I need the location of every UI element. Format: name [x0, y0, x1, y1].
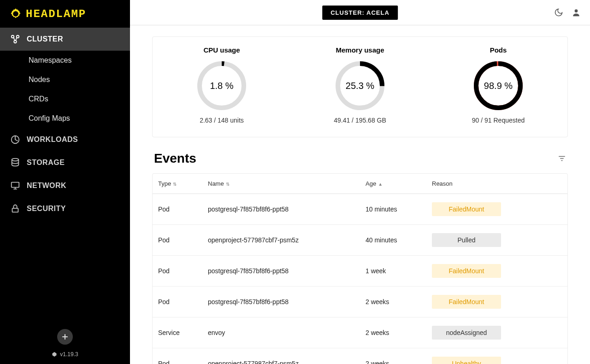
cell-name: envoy [202, 317, 360, 348]
reason-badge: FailedMount [432, 202, 501, 216]
cell-reason: Pulled [426, 225, 567, 256]
sidebar-item-label: NETWORK [27, 182, 66, 190]
sidebar: HEADLAMP CLUSTER Namespaces Nodes CRDs C… [0, 0, 130, 364]
cell-name: postgresql-7f857bf8f6-ppt58 [202, 256, 360, 287]
sort-asc-icon: ▲ [378, 182, 383, 187]
cell-reason: FailedMount [426, 194, 567, 225]
reason-badge: FailedMount [432, 295, 501, 309]
cell-reason: nodeAssigned [426, 317, 567, 348]
gauge-ring-cpu: 1.8 % [196, 60, 247, 111]
workloads-icon [10, 135, 20, 145]
kube-icon [52, 352, 57, 357]
cell-type: Pod [153, 287, 202, 317]
cell-age: 2 weeks [360, 287, 426, 317]
filter-button[interactable] [558, 154, 566, 163]
sidebar-item-label: CLUSTER [27, 35, 63, 43]
gauge-ring-memory: 25.3 % [335, 60, 385, 111]
reason-badge: FailedMount [432, 264, 501, 278]
sidebar-item-label: STORAGE [27, 159, 65, 167]
cell-type: Pod [153, 194, 202, 225]
sidebar-sub-nodes[interactable]: Nodes [0, 70, 130, 89]
network-icon [10, 181, 20, 191]
version-row: v1.19.3 [0, 351, 130, 358]
gauges-card: CPU usage 1.8 % 2.63 / 148 units Memory … [152, 36, 568, 137]
cell-name: openproject-577987cbf7-psm5z [202, 225, 360, 256]
svg-point-2 [14, 41, 17, 43]
col-type[interactable]: Type⇅ [153, 174, 202, 194]
svg-rect-6 [12, 208, 18, 212]
sidebar-item-label: WORKLOADS [27, 135, 78, 144]
storage-icon [10, 158, 20, 168]
col-reason[interactable]: Reason [426, 174, 567, 194]
moon-icon [554, 8, 563, 17]
reason-badge: Unhealthy [432, 357, 501, 364]
sidebar-item-storage[interactable]: STORAGE [0, 151, 130, 174]
events-table-card: Type⇅ Name⇅ Age▲ Reason Podpostgresql-7f… [152, 173, 568, 364]
events-header: Events [152, 151, 568, 166]
cell-age: 40 minutes [360, 225, 426, 256]
sidebar-item-network[interactable]: NETWORK [0, 174, 130, 197]
sidebar-sub-namespaces[interactable]: Namespaces [0, 51, 130, 70]
col-name[interactable]: Name⇅ [202, 174, 360, 194]
cell-type: Pod [153, 225, 202, 256]
sidebar-item-cluster[interactable]: CLUSTER [0, 28, 130, 51]
sidebar-sub-configmaps[interactable]: Config Maps [0, 109, 130, 128]
gauge-cpu: CPU usage 1.8 % 2.63 / 148 units [157, 46, 286, 124]
cell-reason: FailedMount [426, 287, 567, 317]
filter-icon [558, 154, 566, 163]
content: CPU usage 1.8 % 2.63 / 148 units Memory … [130, 25, 590, 364]
cell-name: postgresql-7f857bf8f6-ppt58 [202, 287, 360, 317]
cell-age: 2 weeks [360, 348, 426, 364]
cell-type: Pod [153, 256, 202, 287]
user-icon [572, 8, 581, 17]
sidebar-nav: CLUSTER Namespaces Nodes CRDs Config Map… [0, 28, 130, 323]
svg-rect-5 [12, 182, 19, 188]
cell-name: postgresql-7f857bf8f6-ppt58 [202, 194, 360, 225]
reason-badge: Pulled [432, 233, 501, 247]
version-text: v1.19.3 [60, 351, 78, 358]
sidebar-item-workloads[interactable]: WORKLOADS [0, 128, 130, 151]
table-row[interactable]: Podpostgresql-7f857bf8f6-ppt582 weeksFai… [153, 287, 567, 317]
theme-toggle[interactable] [554, 8, 563, 17]
sort-icon: ⇅ [173, 182, 177, 187]
add-button[interactable] [57, 329, 73, 345]
events-title: Events [154, 151, 196, 166]
brand-text: HEADLAMP [26, 8, 86, 20]
svg-point-8 [575, 9, 578, 12]
sidebar-sub-crds[interactable]: CRDs [0, 89, 130, 109]
topbar: CLUSTER: ACELA [130, 0, 590, 25]
table-row[interactable]: Podopenproject-577987cbf7-psm5z2 weeksUn… [153, 348, 567, 364]
events-table: Type⇅ Name⇅ Age▲ Reason Podpostgresql-7f… [153, 174, 567, 364]
cell-age: 10 minutes [360, 194, 426, 225]
cell-reason: Unhealthy [426, 348, 567, 364]
gauge-ring-pods: 98.9 % [473, 60, 524, 111]
plus-icon [60, 332, 70, 341]
brand-logo[interactable]: HEADLAMP [0, 0, 130, 28]
cell-reason: FailedMount [426, 256, 567, 287]
gauge-pods: Pods 98.9 % 90 / 91 Requested [434, 46, 563, 124]
sidebar-item-label: SECURITY [27, 205, 66, 213]
sort-icon: ⇅ [226, 182, 230, 187]
headlamp-logo-icon [9, 7, 22, 20]
sidebar-item-security[interactable]: SECURITY [0, 197, 130, 220]
cell-age: 1 week [360, 256, 426, 287]
gauge-memory: Memory usage 25.3 % 49.41 / 195.68 GB [295, 46, 425, 124]
svg-marker-7 [53, 352, 57, 357]
security-icon [10, 204, 20, 214]
cluster-icon [10, 34, 20, 44]
cell-type: Pod [153, 348, 202, 364]
sidebar-footer: v1.19.3 [0, 323, 130, 364]
col-age[interactable]: Age▲ [360, 174, 426, 194]
cell-name: openproject-577987cbf7-psm5z [202, 348, 360, 364]
table-row[interactable]: Podpostgresql-7f857bf8f6-ppt5810 minutes… [153, 194, 567, 225]
table-row[interactable]: Podopenproject-577987cbf7-psm5z40 minute… [153, 225, 567, 256]
main: CLUSTER: ACELA CPU usage [130, 0, 590, 364]
user-menu[interactable] [572, 8, 581, 17]
svg-point-4 [12, 159, 19, 161]
cell-age: 2 weeks [360, 317, 426, 348]
reason-badge: nodeAssigned [432, 326, 501, 340]
cell-type: Service [153, 317, 202, 348]
table-row[interactable]: Podpostgresql-7f857bf8f6-ppt581 weekFail… [153, 256, 567, 287]
table-row[interactable]: Serviceenvoy2 weeksnodeAssigned [153, 317, 567, 348]
cluster-chip[interactable]: CLUSTER: ACELA [322, 6, 398, 20]
